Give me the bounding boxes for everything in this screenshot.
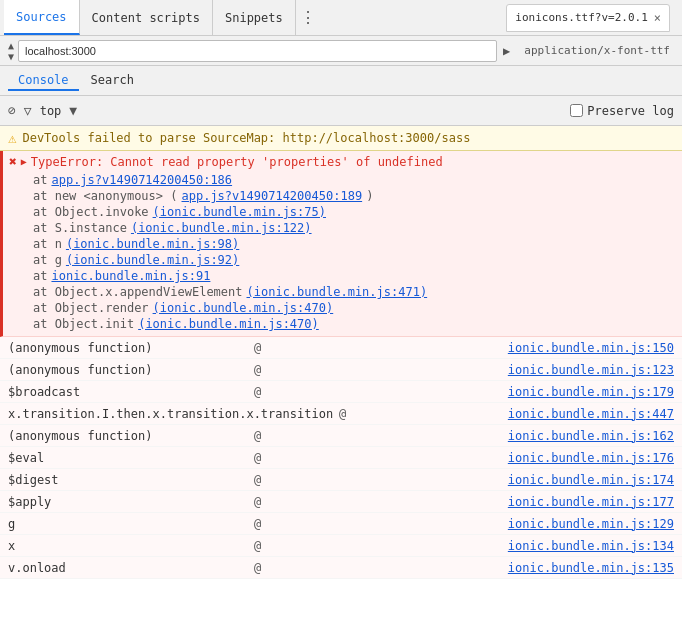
error-block: ✖ ▶ TypeError: Cannot read property 'pro… (0, 151, 682, 337)
error-expand-button[interactable]: ▶ (21, 156, 27, 167)
call-row: x@ionic.bundle.min.js:134 (0, 535, 682, 557)
warning-text: DevTools failed to parse SourceMap: http… (22, 131, 470, 145)
call-name: (anonymous function) (8, 429, 248, 443)
call-row: (anonymous function)@ionic.bundle.min.js… (0, 359, 682, 381)
stack-line-8: at Object.render (ionic.bundle.min.js:47… (27, 300, 682, 316)
source-tabs: Sources Content scripts Snippets (4, 0, 296, 35)
preserve-log-checkbox[interactable] (570, 104, 583, 117)
stack-link-8[interactable]: (ionic.bundle.min.js:470) (153, 301, 334, 315)
stack-line-0: at app.js?v1490714200450:186 (27, 172, 682, 188)
clear-console-button[interactable]: ⊘ (8, 103, 16, 118)
stack-link-7[interactable]: (ionic.bundle.min.js:471) (247, 285, 428, 299)
call-link[interactable]: ionic.bundle.min.js:135 (508, 561, 674, 575)
call-name: $apply (8, 495, 248, 509)
file-tab-area: ionicons.ttf?v=2.0.1 × (506, 4, 678, 32)
at-symbol: @ (254, 385, 261, 399)
stack-link-3[interactable]: (ionic.bundle.min.js:122) (131, 221, 312, 235)
call-name: v.onload (8, 561, 248, 575)
file-tab-ionicons[interactable]: ionicons.ttf?v=2.0.1 × (506, 4, 670, 32)
call-row: v.onload@ionic.bundle.min.js:135 (0, 557, 682, 579)
preserve-log-label: Preserve log (570, 104, 674, 118)
at-symbol: @ (254, 451, 261, 465)
at-symbol: @ (254, 517, 261, 531)
call-name: g (8, 517, 248, 531)
filter-bar: ⊘ ▽ top ▼ Preserve log (0, 96, 682, 126)
stack-line-3: at S.instance (ionic.bundle.min.js:122) (27, 220, 682, 236)
call-link[interactable]: ionic.bundle.min.js:177 (508, 495, 674, 509)
call-link[interactable]: ionic.bundle.min.js:179 (508, 385, 674, 399)
stack-line-4: at n (ionic.bundle.min.js:98) (27, 236, 682, 252)
call-name: $eval (8, 451, 248, 465)
at-symbol: @ (339, 407, 346, 421)
stack-line-7: at Object.x.appendViewElement (ionic.bun… (27, 284, 682, 300)
sidebar-toggle-button[interactable]: ▲▼ (4, 38, 18, 64)
stack-line-6: at ionic.bundle.min.js:91 (27, 268, 682, 284)
stack-line-9: at Object.init (ionic.bundle.min.js:470) (27, 316, 682, 332)
call-link[interactable]: ionic.bundle.min.js:176 (508, 451, 674, 465)
stack-line-5: at g (ionic.bundle.min.js:92) (27, 252, 682, 268)
call-link[interactable]: ionic.bundle.min.js:123 (508, 363, 674, 377)
top-tab-bar: Sources Content scripts Snippets ⋮ ionic… (0, 0, 682, 36)
stack-link-2[interactable]: (ionic.bundle.min.js:75) (153, 205, 326, 219)
stack-line-1: at new <anonymous> ( app.js?v14907142004… (27, 188, 682, 204)
console-search-bar: Console Search (0, 66, 682, 96)
call-row: $broadcast@ionic.bundle.min.js:179 (0, 381, 682, 403)
call-row: g@ionic.bundle.min.js:129 (0, 513, 682, 535)
call-name: (anonymous function) (8, 341, 248, 355)
call-link[interactable]: ionic.bundle.min.js:162 (508, 429, 674, 443)
call-name: (anonymous function) (8, 363, 248, 377)
navigate-button[interactable]: ▶ (497, 42, 516, 60)
at-symbol: @ (254, 539, 261, 553)
tab-snippets[interactable]: Snippets (213, 0, 296, 35)
call-link[interactable]: ionic.bundle.min.js:447 (508, 407, 674, 421)
stack-trace: at app.js?v1490714200450:186 at new <ano… (3, 172, 682, 336)
at-symbol: @ (254, 429, 261, 443)
stack-link-6[interactable]: ionic.bundle.min.js:91 (51, 269, 210, 283)
tab-content-scripts[interactable]: Content scripts (80, 0, 213, 35)
call-row: x.transition.I.then.x.transition.x.trans… (0, 403, 682, 425)
level-dropdown-button[interactable]: ▼ (69, 103, 77, 118)
at-symbol: @ (254, 561, 261, 575)
location-input[interactable] (18, 40, 497, 62)
location-bar: ▲▼ ▶ application/x-font-ttf (0, 36, 682, 66)
error-header: ✖ ▶ TypeError: Cannot read property 'pro… (3, 151, 682, 172)
call-link[interactable]: ionic.bundle.min.js:134 (508, 539, 674, 553)
mime-type-label: application/x-font-ttf (516, 44, 678, 57)
tab-sources[interactable]: Sources (4, 0, 80, 35)
file-tab-label: ionicons.ttf?v=2.0.1 (515, 11, 647, 24)
error-icon: ✖ (9, 154, 17, 169)
at-symbol: @ (254, 473, 261, 487)
call-link[interactable]: ionic.bundle.min.js:174 (508, 473, 674, 487)
stack-link-5[interactable]: (ionic.bundle.min.js:92) (66, 253, 239, 267)
at-symbol: @ (254, 495, 261, 509)
call-row: $apply@ionic.bundle.min.js:177 (0, 491, 682, 513)
error-message: TypeError: Cannot read property 'propert… (31, 155, 676, 169)
call-name: x (8, 539, 248, 553)
filter-toggle-button[interactable]: ▽ (24, 103, 32, 118)
call-name: x.transition.I.then.x.transition.x.trans… (8, 407, 333, 421)
stack-line-2: at Object.invoke (ionic.bundle.min.js:75… (27, 204, 682, 220)
call-row: (anonymous function)@ionic.bundle.min.js… (0, 425, 682, 447)
call-row: $digest@ionic.bundle.min.js:174 (0, 469, 682, 491)
tab-search[interactable]: Search (81, 71, 144, 91)
warning-icon: ⚠ (8, 130, 16, 146)
console-output: ✖ ▶ TypeError: Cannot read property 'pro… (0, 151, 682, 639)
stack-link-4[interactable]: (ionic.bundle.min.js:98) (66, 237, 239, 251)
level-select-label: top (40, 104, 62, 118)
close-file-tab-button[interactable]: × (654, 11, 661, 25)
warning-bar: ⚠ DevTools failed to parse SourceMap: ht… (0, 126, 682, 151)
tab-console[interactable]: Console (8, 71, 79, 91)
stack-link-0[interactable]: app.js?v1490714200450:186 (51, 173, 232, 187)
call-name: $digest (8, 473, 248, 487)
at-symbol: @ (254, 363, 261, 377)
stack-link-9[interactable]: (ionic.bundle.min.js:470) (138, 317, 319, 331)
at-symbol: @ (254, 341, 261, 355)
stack-link-1[interactable]: app.js?v1490714200450:189 (182, 189, 363, 203)
call-stack-section: (anonymous function)@ionic.bundle.min.js… (0, 337, 682, 579)
call-row: $eval@ionic.bundle.min.js:176 (0, 447, 682, 469)
more-tabs-button[interactable]: ⋮ (296, 8, 320, 27)
call-link[interactable]: ionic.bundle.min.js:129 (508, 517, 674, 531)
call-link[interactable]: ionic.bundle.min.js:150 (508, 341, 674, 355)
call-name: $broadcast (8, 385, 248, 399)
call-row: (anonymous function)@ionic.bundle.min.js… (0, 337, 682, 359)
